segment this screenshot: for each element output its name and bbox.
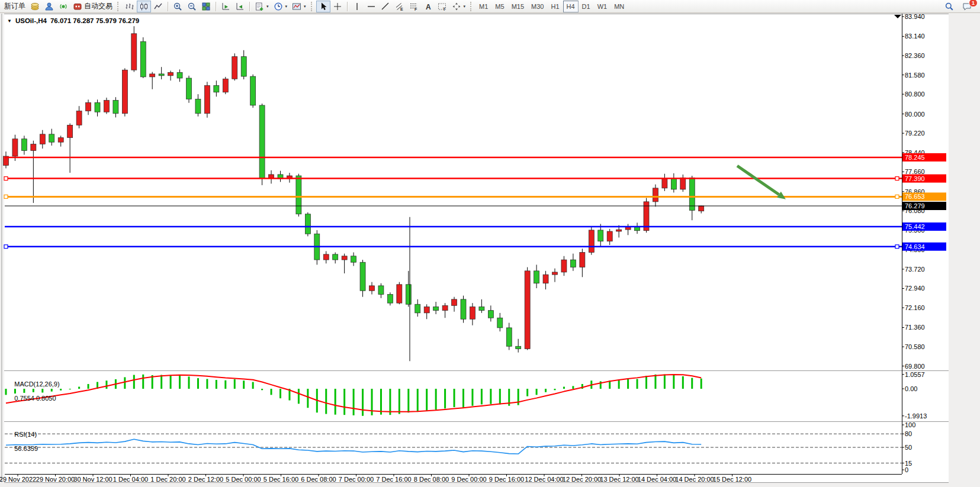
candle-body bbox=[177, 72, 182, 78]
line-handle[interactable] bbox=[4, 245, 8, 249]
profile-button[interactable] bbox=[42, 1, 56, 12]
candle-body bbox=[241, 57, 246, 76]
crosshair-icon bbox=[333, 2, 342, 11]
candle-body bbox=[168, 72, 173, 75]
chat-button[interactable]: 1 bbox=[960, 1, 974, 12]
macd-tick-label: 0.00 bbox=[905, 385, 917, 392]
hline-icon bbox=[367, 2, 376, 11]
funds-button[interactable] bbox=[28, 1, 42, 12]
timeframe-h1-button[interactable]: H1 bbox=[547, 1, 563, 12]
time-axis-label: 14 Dec 04:00 bbox=[638, 476, 676, 483]
period-button[interactable]: ▾ bbox=[271, 1, 290, 12]
candle-body bbox=[479, 307, 484, 310]
zoom-in-button[interactable] bbox=[171, 1, 185, 12]
crosshair-button[interactable] bbox=[330, 1, 345, 12]
timeframe-m5-button[interactable]: M5 bbox=[491, 1, 507, 12]
svg-text:F: F bbox=[415, 7, 417, 11]
zoom-out-button[interactable] bbox=[185, 1, 199, 12]
timeframe-m1-button[interactable]: M1 bbox=[475, 1, 491, 12]
line-handle[interactable] bbox=[895, 245, 899, 249]
chevron-down-icon[interactable]: ▾ bbox=[285, 4, 288, 9]
line-handle[interactable] bbox=[895, 177, 899, 180]
timeframe-m15-button[interactable]: M15 bbox=[508, 1, 528, 12]
timeframe-w1-button[interactable]: W1 bbox=[594, 1, 611, 12]
timeframe-d1-button[interactable]: D1 bbox=[579, 1, 594, 12]
trendline-button[interactable] bbox=[378, 1, 393, 12]
candle bbox=[525, 267, 530, 350]
line-handle[interactable] bbox=[895, 195, 899, 198]
timeframe-m1-button-label: M1 bbox=[479, 3, 488, 10]
tile-windows-button[interactable] bbox=[199, 1, 213, 12]
candle-body bbox=[387, 295, 393, 304]
vertical-line-button[interactable] bbox=[350, 1, 364, 12]
text-icon: A bbox=[423, 2, 433, 11]
text-button[interactable]: A bbox=[421, 1, 435, 12]
candle-body bbox=[150, 74, 155, 77]
bar-chart-button[interactable] bbox=[123, 1, 137, 12]
template-button[interactable]: ▾ bbox=[290, 1, 309, 12]
candle-body bbox=[406, 285, 411, 304]
new-order-button[interactable]: 新订单 bbox=[2, 1, 28, 12]
horizontal-line-button[interactable] bbox=[364, 1, 378, 12]
timeframe-m30-button[interactable]: M30 bbox=[528, 1, 547, 12]
chevron-down-icon[interactable]: ▾ bbox=[304, 4, 306, 9]
candle-body bbox=[140, 41, 146, 77]
cursor-icon bbox=[319, 2, 328, 11]
shapes-button[interactable]: ▾ bbox=[449, 1, 468, 12]
line-handle[interactable] bbox=[4, 177, 8, 180]
trendline-icon bbox=[381, 2, 390, 11]
chart-background bbox=[4, 14, 949, 482]
timeframe-mn-button[interactable]: MN bbox=[611, 1, 628, 12]
equidistant-channel-button[interactable]: E bbox=[393, 1, 407, 12]
candle-body bbox=[131, 34, 137, 70]
price-line-label: 76.279 bbox=[905, 202, 925, 209]
vline-icon bbox=[352, 2, 362, 11]
line-chart-button[interactable] bbox=[151, 1, 165, 12]
line-handle[interactable] bbox=[4, 195, 8, 198]
signals-button[interactable] bbox=[56, 1, 70, 12]
price-tick-label: 82.360 bbox=[905, 52, 925, 59]
price-tick-label: 72.160 bbox=[905, 304, 925, 311]
candle-body bbox=[296, 176, 301, 214]
chart-canvas[interactable]: 83.94083.14082.36081.58080.80080.00079.2… bbox=[0, 0, 980, 487]
candle-body bbox=[12, 139, 18, 156]
price-tick-label: 80.000 bbox=[905, 111, 925, 118]
zoom-out-icon bbox=[187, 2, 197, 11]
candle-body bbox=[488, 311, 493, 318]
candle-body bbox=[204, 86, 210, 114]
new-chart-button[interactable]: ▾ bbox=[252, 1, 271, 12]
auto-scroll-button[interactable] bbox=[219, 1, 233, 12]
price-tick-label: 70.580 bbox=[905, 343, 925, 350]
price-line-label: 75.442 bbox=[905, 223, 925, 230]
candle-body bbox=[534, 271, 539, 283]
candle-body bbox=[31, 144, 36, 151]
cursor-button[interactable] bbox=[316, 1, 330, 12]
toolbar-grip bbox=[470, 2, 473, 11]
candle-body bbox=[699, 206, 704, 211]
chevron-down-icon[interactable]: ▾ bbox=[266, 4, 269, 9]
toolbar-separator bbox=[216, 2, 216, 11]
chevron-down-icon[interactable]: ▾ bbox=[464, 4, 466, 9]
time-axis-label: 12 Dec 20:00 bbox=[563, 476, 601, 483]
chart-shift-button[interactable] bbox=[233, 1, 247, 12]
fibonacci-button[interactable]: F bbox=[407, 1, 421, 12]
auto-trading-button[interactable]: 自动交易 bbox=[70, 1, 115, 12]
candle-body bbox=[40, 134, 45, 144]
candle-body bbox=[570, 260, 576, 267]
time-axis-label: 13 Dec 12:00 bbox=[600, 476, 638, 483]
channel-icon: E bbox=[395, 2, 404, 11]
broadcast-icon bbox=[59, 2, 68, 11]
candle-body bbox=[424, 307, 429, 312]
toolbar-grip bbox=[311, 2, 314, 11]
candlestick-button[interactable] bbox=[137, 1, 151, 12]
price-tick-label: 79.220 bbox=[905, 130, 925, 137]
search-button[interactable] bbox=[942, 1, 956, 12]
timeframe-h1-button-label: H1 bbox=[551, 3, 559, 10]
text-label-button[interactable]: T bbox=[435, 1, 449, 12]
candle bbox=[644, 198, 649, 233]
timeframe-m5-button-label: M5 bbox=[495, 3, 504, 10]
candle-body bbox=[589, 230, 594, 253]
candle-body bbox=[516, 346, 521, 349]
candle bbox=[259, 104, 265, 185]
timeframe-h4-button[interactable]: H4 bbox=[563, 1, 579, 12]
